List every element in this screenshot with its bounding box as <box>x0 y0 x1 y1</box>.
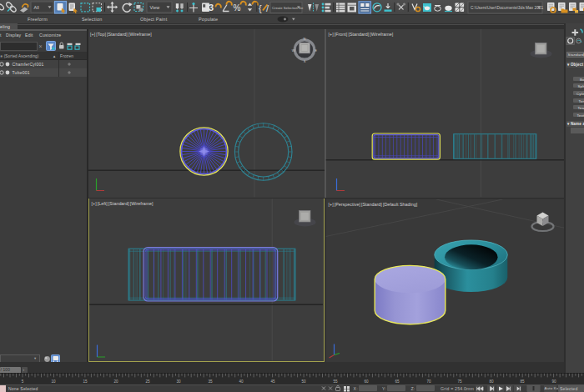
svg-text:20: 20 <box>113 379 118 384</box>
svg-text:25: 25 <box>145 379 150 384</box>
svg-text:3: 3 <box>209 3 214 13</box>
svg-text:50: 50 <box>301 379 306 384</box>
svg-text:40: 40 <box>239 379 244 384</box>
svg-text:%: % <box>234 3 241 13</box>
svg-text:All: All <box>34 5 39 10</box>
svg-text:5: 5 <box>22 379 24 384</box>
svg-text:15: 15 <box>83 379 88 384</box>
svg-text:10: 10 <box>51 379 56 384</box>
svg-text:35: 35 <box>208 379 213 384</box>
svg-text:{: { <box>259 3 262 13</box>
svg-text:C:\Users\User\Documents\3ds Ma: C:\Users\User\Documents\3ds Max 2021 <box>471 6 544 10</box>
svg-text:45: 45 <box>270 379 275 384</box>
svg-text:View: View <box>150 5 160 10</box>
svg-text:30: 30 <box>176 379 181 384</box>
svg-text:/: / <box>266 3 269 13</box>
